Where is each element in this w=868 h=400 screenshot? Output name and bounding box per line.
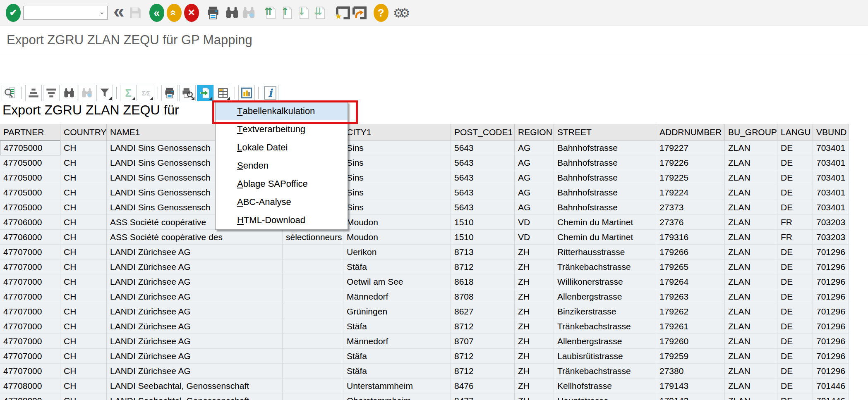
cell-langu[interactable]: FR	[777, 215, 813, 230]
export-icon[interactable]	[197, 85, 213, 101]
cell-post-code1[interactable]: 8708	[451, 289, 515, 304]
cell-bu-group[interactable]: ZLAN	[725, 379, 777, 393]
cell-partner[interactable]: 47707000	[0, 349, 60, 364]
cell-partner[interactable]: 47707000	[0, 304, 60, 319]
cell-addrnumber[interactable]: 179259	[656, 349, 725, 364]
cell-city1[interactable]: Stäfa	[343, 364, 451, 379]
cell-addrnumber[interactable]: 179316	[656, 230, 725, 245]
cell-bu-group[interactable]: ZLAN	[725, 185, 777, 200]
cell-street[interactable]: Tränkebachstrasse	[554, 319, 656, 334]
command-field[interactable]: ⌄	[23, 6, 108, 20]
cell-bu-group[interactable]: ZLAN	[725, 140, 777, 155]
cell-country[interactable]: CH	[60, 200, 107, 215]
cell-country[interactable]: CH	[60, 215, 107, 230]
column-header-city1[interactable]: CITY1	[343, 124, 451, 140]
cell-bu-group[interactable]: ZLAN	[725, 274, 777, 289]
cell-name1[interactable]: LANDI Zürichsee AG	[107, 245, 283, 260]
cell-name1[interactable]: ASS Société coopérative des	[107, 230, 283, 245]
graphic-icon[interactable]	[238, 85, 255, 101]
cell-city1[interactable]: Oetwil am See	[343, 274, 451, 289]
cell-region[interactable]: ZH	[515, 349, 554, 364]
cell-partner[interactable]: 47707000	[0, 274, 60, 289]
column-header-langu[interactable]: LANGU	[777, 124, 813, 140]
cell-name2[interactable]	[283, 349, 343, 364]
print-icon[interactable]	[161, 85, 178, 101]
cell-country[interactable]: CH	[60, 274, 107, 289]
cell-street[interactable]: Bahnhofstrasse	[554, 170, 656, 185]
cell-street[interactable]: Kellhofstrasse	[554, 379, 656, 393]
cell-addrnumber[interactable]: 179143	[656, 379, 725, 393]
cell-partner[interactable]: 47707000	[0, 289, 60, 304]
cell-region[interactable]: ZH	[515, 334, 554, 349]
cell-addrnumber[interactable]: 179266	[656, 245, 725, 260]
cell-vbund[interactable]: 703203	[813, 215, 849, 230]
cell-vbund[interactable]: 703401	[813, 155, 849, 170]
cell-partner[interactable]: 47705000	[0, 140, 60, 155]
menu-item-tabellenkalkulation[interactable]: Tabellenkalkulation	[216, 102, 348, 120]
cell-vbund[interactable]: 701296	[813, 260, 849, 274]
cell-bu-group[interactable]: ZLAN	[725, 364, 777, 379]
cell-name1[interactable]: LANDI Zürichsee AG	[107, 289, 283, 304]
cell-addrnumber[interactable]: 179262	[656, 304, 725, 319]
cell-bu-group[interactable]: ZLAN	[725, 215, 777, 230]
cell-region[interactable]: AG	[515, 200, 554, 215]
cell-city1[interactable]: Stäfa	[343, 260, 451, 274]
customize-icon[interactable]: ⚙⚙	[391, 4, 408, 22]
cell-vbund[interactable]: 701446	[813, 393, 849, 400]
cell-post-code1[interactable]: 8712	[451, 319, 515, 334]
cell-addrnumber[interactable]: 179261	[656, 319, 725, 334]
cell-region[interactable]: AG	[515, 170, 554, 185]
column-header-bu-group[interactable]: BU_GROUP	[725, 124, 777, 140]
cell-country[interactable]: CH	[60, 289, 107, 304]
cell-city1[interactable]: Sins	[343, 185, 451, 200]
cell-name2[interactable]	[283, 274, 343, 289]
cell-city1[interactable]: Unterstammheim	[343, 379, 451, 393]
cell-city1[interactable]: Grüningen	[343, 304, 451, 319]
cell-region[interactable]: AG	[515, 185, 554, 200]
cell-bu-group[interactable]: ZLAN	[725, 245, 777, 260]
cell-country[interactable]: CH	[60, 185, 107, 200]
cell-street[interactable]: Binzikerstrasse	[554, 304, 656, 319]
cell-langu[interactable]: DE	[777, 364, 813, 379]
cell-country[interactable]: CH	[60, 379, 107, 393]
cell-addrnumber[interactable]: 179263	[656, 289, 725, 304]
cell-bu-group[interactable]: ZLAN	[725, 170, 777, 185]
column-header-street[interactable]: STREET	[554, 124, 656, 140]
cell-street[interactable]: Chemin du Martinet	[554, 215, 656, 230]
cell-name2[interactable]: sélectionneurs	[283, 230, 343, 245]
cell-name2[interactable]	[283, 364, 343, 379]
cell-country[interactable]: CH	[60, 304, 107, 319]
cell-country[interactable]: CH	[60, 334, 107, 349]
cell-name1[interactable]: LANDI Zürichsee AG	[107, 274, 283, 289]
cell-region[interactable]: AG	[515, 155, 554, 170]
cell-name1[interactable]: LANDI Zürichsee AG	[107, 334, 283, 349]
cell-region[interactable]: VD	[515, 230, 554, 245]
cell-street[interactable]: Tränkebachstrasse	[554, 364, 656, 379]
print-icon[interactable]	[205, 4, 221, 22]
chevron-down-icon[interactable]: ⌄	[99, 8, 105, 16]
menu-item-ablage-sapoffice[interactable]: Ablage SAPoffice	[216, 175, 348, 193]
sum-icon[interactable]: Σ	[120, 85, 137, 101]
cell-name2[interactable]	[283, 304, 343, 319]
cell-vbund[interactable]: 701296	[813, 349, 849, 364]
cell-vbund[interactable]: 703401	[813, 185, 849, 200]
cell-langu[interactable]: DE	[777, 349, 813, 364]
cell-post-code1[interactable]: 8707	[451, 334, 515, 349]
cell-post-code1[interactable]: 1510	[451, 215, 515, 230]
cell-bu-group[interactable]: ZLAN	[725, 289, 777, 304]
cell-region[interactable]: ZH	[515, 319, 554, 334]
cell-partner[interactable]: 47708000	[0, 379, 60, 393]
cell-city1[interactable]: Männedorf	[343, 289, 451, 304]
cell-partner[interactable]: 47707000	[0, 364, 60, 379]
cell-partner[interactable]: 47707000	[0, 334, 60, 349]
cell-name1[interactable]: LANDI Seebachtal, Genossenschaft	[107, 379, 283, 393]
cell-vbund[interactable]: 701296	[813, 364, 849, 379]
cell-vbund[interactable]: 703401	[813, 200, 849, 215]
cell-post-code1[interactable]: 8712	[451, 349, 515, 364]
cell-bu-group[interactable]: ZLAN	[725, 334, 777, 349]
cell-street[interactable]: Chemin du Martinet	[554, 230, 656, 245]
cell-city1[interactable]: Uerikon	[343, 245, 451, 260]
cell-bu-group[interactable]: ZLAN	[725, 349, 777, 364]
cell-country[interactable]: CH	[60, 260, 107, 274]
column-header-addrnumber[interactable]: ADDRNUMBER	[656, 124, 725, 140]
